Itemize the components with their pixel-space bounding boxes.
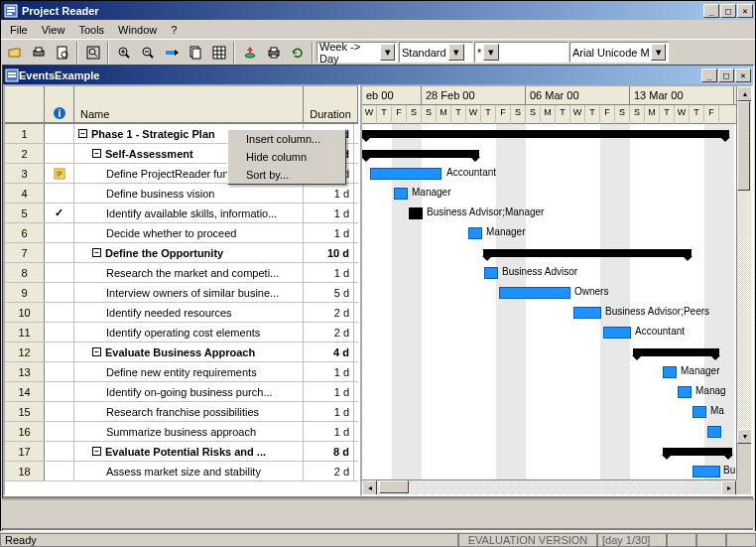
outline-toggle[interactable]: −: [92, 248, 101, 257]
row-header[interactable]: 4: [5, 184, 45, 203]
row-header[interactable]: 16: [5, 422, 45, 441]
duration-cell[interactable]: 1 d: [304, 223, 354, 242]
row-header[interactable]: 3: [5, 164, 45, 183]
goto-task-button[interactable]: [160, 42, 183, 64]
zoom-in-button[interactable]: [112, 42, 135, 64]
gantt-scrollbar-v[interactable]: ▴ ▾: [736, 86, 751, 479]
duration-cell[interactable]: 1 d: [304, 422, 354, 441]
col-indicator[interactable]: i: [45, 86, 74, 123]
summary-bar[interactable]: [633, 348, 719, 356]
row-header[interactable]: 13: [5, 362, 45, 381]
name-cell[interactable]: Decide whether to proceed: [74, 223, 304, 242]
summary-bar[interactable]: [483, 249, 692, 257]
task-bar[interactable]: [693, 466, 720, 478]
table-row[interactable]: 11Identify operating cost elements2 d: [5, 323, 358, 342]
name-cell[interactable]: Identify available skills, informatio...: [74, 204, 304, 222]
font-combo[interactable]: Arial Unicode MS▾: [569, 42, 669, 63]
row-header[interactable]: 8: [5, 263, 45, 282]
close-button[interactable]: ✕: [737, 4, 753, 18]
row-header[interactable]: 10: [5, 303, 45, 322]
maximize-button[interactable]: □: [720, 4, 736, 18]
export-button[interactable]: [238, 42, 261, 64]
task-bar[interactable]: [693, 406, 706, 418]
row-header[interactable]: 17: [5, 442, 45, 461]
row-header[interactable]: 11: [5, 323, 45, 342]
gantt-scrollbar-h[interactable]: ◂ ▸: [362, 479, 736, 494]
table-row[interactable]: 14Identify on-going business purch...1 d: [5, 382, 358, 402]
duration-cell[interactable]: 1 d: [304, 402, 354, 421]
menu-help[interactable]: ?: [164, 22, 184, 38]
scroll-right-button[interactable]: ▸: [721, 480, 736, 495]
duration-cell[interactable]: 1 d: [304, 362, 354, 381]
table-row[interactable]: 5✓Identify available skills, informatio.…: [5, 204, 358, 223]
table-row[interactable]: 9Interview owners of similar busine...5 …: [5, 283, 358, 303]
task-bar[interactable]: [468, 227, 482, 239]
minimize-button[interactable]: _: [703, 4, 719, 18]
row-header[interactable]: 5: [5, 204, 45, 222]
grid-button[interactable]: [207, 42, 230, 64]
name-cell[interactable]: −Evaluate Business Approach: [74, 342, 304, 361]
doc-close-button[interactable]: ✕: [735, 68, 751, 82]
doc-maximize-button[interactable]: □: [718, 68, 734, 82]
bottom-splitter[interactable]: [2, 498, 754, 528]
task-bar[interactable]: [663, 366, 677, 378]
name-cell[interactable]: Identify needed resources: [74, 303, 304, 322]
duration-cell[interactable]: 5 d: [304, 283, 354, 302]
outline-toggle[interactable]: −: [92, 447, 101, 456]
copy-button[interactable]: [184, 42, 206, 64]
task-bar[interactable]: [678, 386, 692, 398]
table-row[interactable]: 10Identify needed resources2 d: [5, 303, 358, 323]
zoom-combo[interactable]: Week -> Day▾: [316, 42, 398, 63]
menu-tools[interactable]: Tools: [71, 22, 111, 38]
row-header[interactable]: 18: [5, 462, 45, 480]
name-cell[interactable]: Define business vision: [74, 184, 304, 203]
task-bar[interactable]: [573, 307, 601, 319]
outline-toggle[interactable]: −: [78, 129, 87, 138]
gantt-body[interactable]: Accountant Manager Business Advisor;Mana…: [362, 124, 751, 479]
table-row[interactable]: 7−Define the Opportunity10 d: [5, 243, 358, 263]
name-cell[interactable]: Identify operating cost elements: [74, 323, 304, 342]
task-bar[interactable]: [409, 207, 423, 219]
table-row[interactable]: 15Research franchise possibilities1 d: [5, 402, 358, 422]
duration-cell[interactable]: 2 d: [304, 323, 354, 342]
print-button[interactable]: [27, 42, 50, 64]
row-header[interactable]: 7: [5, 243, 45, 262]
task-bar[interactable]: [394, 188, 408, 200]
duration-cell[interactable]: 1 d: [304, 382, 354, 401]
table-row[interactable]: 4Define business vision1 d: [5, 184, 358, 204]
table-row[interactable]: 6Decide whether to proceed1 d: [5, 223, 358, 243]
find-button[interactable]: [81, 42, 104, 64]
row-header[interactable]: 2: [5, 144, 45, 163]
outline-toggle[interactable]: −: [92, 149, 101, 158]
col-duration[interactable]: Duration: [304, 86, 358, 123]
scroll-thumb[interactable]: [379, 480, 409, 493]
row-header[interactable]: 14: [5, 382, 45, 401]
duration-cell[interactable]: 8 d: [304, 442, 354, 461]
name-cell[interactable]: Interview owners of similar busine...: [74, 283, 304, 302]
menu-file[interactable]: File: [3, 22, 35, 38]
preview-button[interactable]: [51, 42, 73, 64]
menu-hide-column[interactable]: Hide column: [228, 148, 345, 166]
table-row[interactable]: 18Assess market size and stability2 d: [5, 462, 358, 481]
refresh-button[interactable]: [286, 42, 309, 64]
table-row[interactable]: 17−Evaluate Potential Risks and ...8 d: [5, 442, 358, 462]
table-row[interactable]: 12−Evaluate Business Approach4 d: [5, 342, 358, 362]
task-bar[interactable]: [484, 267, 498, 279]
task-bar[interactable]: [499, 287, 570, 299]
doc-minimize-button[interactable]: _: [701, 68, 717, 82]
duration-cell[interactable]: 4 d: [304, 342, 354, 361]
task-bar[interactable]: [603, 327, 631, 339]
summary-bar[interactable]: [362, 150, 479, 158]
row-header[interactable]: 9: [5, 283, 45, 302]
name-cell[interactable]: Research franchise possibilities: [74, 402, 304, 421]
name-cell[interactable]: Research the market and competi...: [74, 263, 304, 282]
filter-combo[interactable]: *▾: [474, 42, 568, 63]
duration-cell[interactable]: 1 d: [304, 184, 354, 203]
summary-bar[interactable]: [362, 130, 729, 138]
duration-cell[interactable]: 10 d: [304, 243, 354, 262]
duration-cell[interactable]: 2 d: [304, 462, 354, 480]
name-cell[interactable]: Identify on-going business purch...: [74, 382, 304, 401]
duration-cell[interactable]: 1 d: [304, 204, 354, 222]
menu-view[interactable]: View: [35, 22, 72, 38]
task-bar[interactable]: [707, 426, 721, 438]
